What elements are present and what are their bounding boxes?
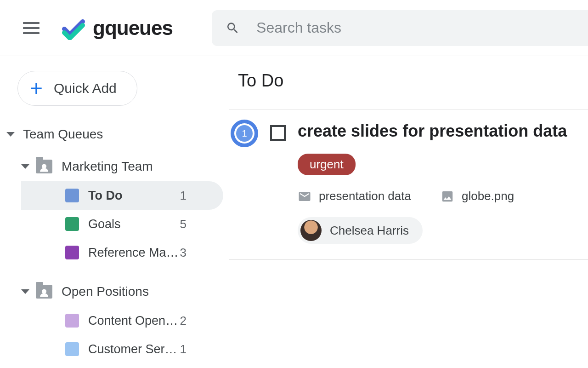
task-position-badge[interactable]: 1 (231, 120, 258, 147)
avatar (300, 220, 322, 241)
assignee-name: Chelsea Harris (330, 224, 409, 238)
queue-color-swatch (65, 189, 79, 202)
queue-label: Goals (88, 217, 180, 231)
search-icon (226, 20, 240, 36)
task-checkbox[interactable] (270, 125, 286, 141)
sidebar-section-team-queues[interactable]: Team Queues (0, 127, 229, 142)
queue-label: Reference Materi... (88, 246, 180, 260)
quick-add-label: Quick Add (54, 80, 117, 96)
queue-label: To Do (88, 189, 180, 203)
image-icon (441, 190, 454, 203)
queue-label: Customer Service ... (88, 342, 180, 356)
sidebar-queue-item[interactable]: Customer Service ... 1 (21, 335, 223, 363)
attachment-label: globe.png (462, 189, 514, 203)
attachment-mail[interactable]: presentation data (298, 189, 411, 203)
section-label: Team Queues (23, 127, 103, 142)
attachment-label: presentation data (319, 189, 411, 203)
app-header: gqueues (0, 0, 588, 56)
queue-count: 2 (180, 314, 187, 328)
queue-color-swatch (65, 217, 79, 231)
sidebar-team-header[interactable]: Marketing Team (21, 155, 229, 178)
task-row[interactable]: 1 create slides for presentation data ur… (229, 109, 588, 260)
queue-color-swatch (65, 314, 79, 328)
mail-icon (298, 190, 311, 203)
sidebar-queue-item[interactable]: To Do 1 (21, 181, 223, 210)
sidebar-queue-item[interactable]: Reference Materi... 3 (21, 238, 223, 267)
folder-shared-icon (36, 285, 52, 299)
queue-color-swatch (65, 246, 79, 259)
queue-count: 1 (180, 342, 187, 356)
search-bar[interactable] (212, 10, 588, 46)
chevron-down-icon (21, 289, 29, 294)
app-logo[interactable]: gqueues (62, 16, 173, 40)
queue-label: Content Open Pos... (88, 314, 180, 328)
queue-count: 3 (180, 246, 187, 260)
search-input[interactable] (256, 19, 588, 36)
sidebar-queue-item[interactable]: Content Open Pos... 2 (21, 306, 223, 335)
main-panel: To Do 1 create slides for presentation d… (229, 56, 588, 368)
page-title: To Do (229, 71, 588, 109)
sidebar-queue-item[interactable]: Goals 5 (21, 210, 223, 238)
assignee-chip[interactable]: Chelsea Harris (298, 217, 423, 244)
quick-add-button[interactable]: + Quick Add (17, 71, 137, 106)
task-position-number: 1 (236, 125, 253, 142)
folder-shared-icon (36, 160, 52, 173)
attachment-image[interactable]: globe.png (441, 189, 514, 203)
queue-count: 5 (180, 217, 187, 231)
task-tag[interactable]: urgent (298, 154, 356, 175)
logo-text: gqueues (93, 17, 173, 40)
logo-mark-icon (62, 16, 85, 40)
chevron-down-icon (6, 132, 15, 137)
queue-count: 1 (180, 189, 187, 203)
queue-color-swatch (65, 342, 79, 356)
sidebar: + Quick Add Team Queues Marketing Team T… (0, 56, 229, 368)
sidebar-team-header[interactable]: Open Positions (21, 280, 229, 304)
team-name: Marketing Team (62, 159, 153, 174)
task-title: create slides for presentation data (298, 121, 574, 141)
menu-icon[interactable] (23, 19, 40, 37)
team-name: Open Positions (62, 284, 149, 299)
chevron-down-icon (21, 164, 29, 169)
